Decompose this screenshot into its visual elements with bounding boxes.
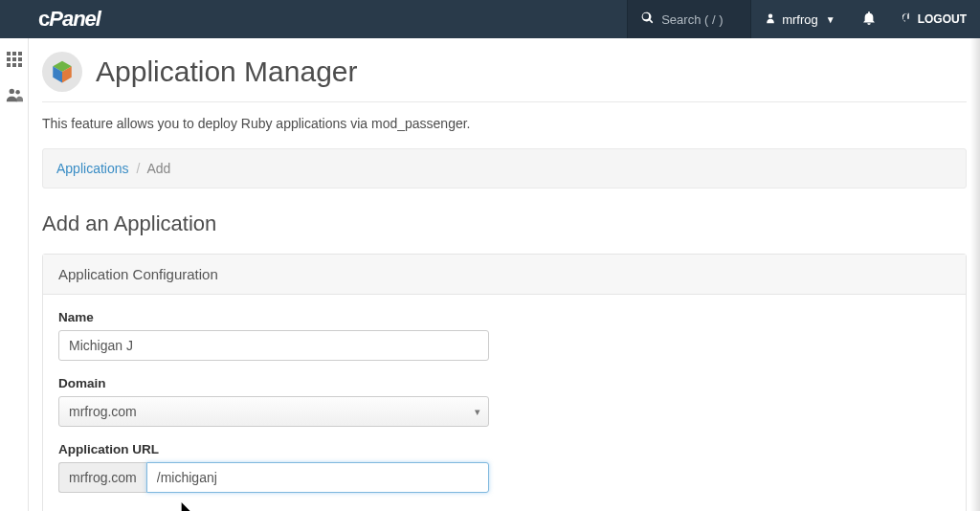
logout-label: LOGOUT [918,12,967,26]
user-menu[interactable]: mrfrog ▼ [751,0,848,38]
bell-icon [862,11,876,28]
domain-select[interactable]: mrfrog.com [58,396,489,427]
appurl-label: Application URL [58,442,950,456]
breadcrumb-separator: / [132,161,144,176]
logout-button[interactable]: LOGOUT [889,0,980,38]
side-rail [0,38,29,511]
config-panel: Application Configuration Name Domain mr… [42,254,967,511]
section-title: Add an Application [42,211,967,236]
cpanel-logo: ccPanelPanel [38,7,100,32]
svg-rect-5 [18,57,22,61]
svg-rect-7 [12,63,16,67]
top-navbar: ccPanelPanel Search ( / ) mrfrog ▼ LOGOU… [0,0,980,38]
svg-point-10 [15,90,20,95]
svg-rect-1 [12,52,16,56]
topbar-right: Search ( / ) mrfrog ▼ LOGOUT [627,0,980,38]
appurl-prefix: mrfrog.com [58,462,146,493]
svg-rect-4 [12,57,16,61]
main-content: Application Manager This feature allows … [29,38,980,511]
name-input[interactable] [58,330,489,361]
form-group-name: Name [58,310,950,361]
name-label: Name [58,310,950,324]
svg-rect-2 [18,52,22,56]
page-title: Application Manager [96,56,358,88]
breadcrumb: Applications / Add [42,148,967,189]
domain-label: Domain [58,376,950,390]
grid-icon[interactable] [7,52,22,70]
breadcrumb-link-applications[interactable]: Applications [56,161,129,176]
panel-heading: Application Configuration [43,255,966,295]
search-area[interactable]: Search ( / ) [627,0,751,38]
form-group-appurl: Application URL mrfrog.com [58,442,950,493]
username-label: mrfrog [782,12,818,27]
svg-point-9 [9,89,13,94]
appurl-input[interactable] [146,462,489,493]
search-icon [641,11,654,27]
page-header: Application Manager [42,52,967,102]
logout-icon [902,12,914,27]
search-label: Search ( / ) [661,12,723,27]
form-group-domain: Domain mrfrog.com [58,376,950,427]
breadcrumb-current: Add [146,161,170,176]
svg-rect-3 [7,57,11,61]
domain-selected-value: mrfrog.com [69,404,137,419]
appurl-input-group: mrfrog.com [58,462,489,493]
topbar-left: ccPanelPanel [0,7,100,32]
svg-rect-6 [7,63,11,67]
panel-body: Name Domain mrfrog.com Application URL m… [43,295,966,511]
users-icon[interactable] [6,87,23,105]
svg-rect-0 [7,52,11,56]
user-icon [765,12,776,27]
caret-down-icon: ▼ [826,14,835,25]
svg-rect-8 [18,63,22,67]
feature-description: This feature allows you to deploy Ruby a… [42,102,967,148]
notifications-button[interactable] [849,0,889,38]
app-manager-icon [42,52,82,92]
